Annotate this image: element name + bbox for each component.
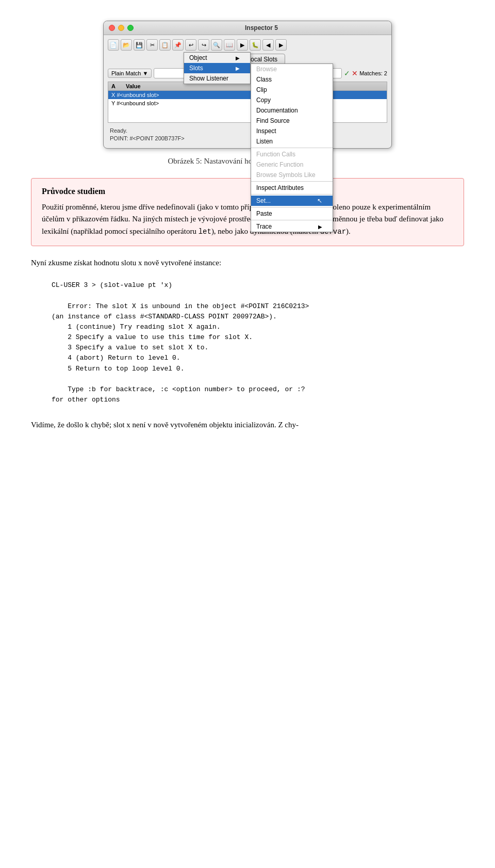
table-row[interactable]: X #<unbound slot> (108, 91, 387, 99)
inspector-status: Ready. POINT: #<POINT 200B737F> (108, 126, 387, 144)
slots-menu-item-paste[interactable]: Paste (251, 208, 333, 219)
separator-3 (251, 194, 333, 195)
slots-menu-item-find-source[interactable]: Find Source (251, 116, 333, 126)
footer-text: Vidíme, že došlo k chybě; slot x není v … (31, 419, 464, 431)
slots-menu-trace-label: Trace (256, 223, 272, 230)
slots-menu-documentation-label: Documentation (256, 107, 298, 114)
row-1-col-value: #<unbound slot> (117, 92, 159, 98)
back-button[interactable]: ◀ (262, 39, 274, 51)
search-clear-button[interactable]: ✕ (352, 69, 358, 77)
eval-button[interactable]: ▶ (237, 39, 248, 51)
slots-menu-paste-label: Paste (256, 210, 272, 217)
separator-4 (251, 207, 333, 207)
slots-menu-clip-label: Clip (256, 86, 267, 93)
menu-item-show-listener[interactable]: Show Listener (184, 73, 250, 84)
search-confirm-button[interactable]: ✓ (344, 69, 350, 77)
body-text: Nyní zkusme získat hodnotu slotu x nově … (31, 256, 464, 269)
slots-menu-item-inspect-attributes[interactable]: Inspect Attributes (251, 183, 333, 193)
slots-menu-item-trace[interactable]: Trace ▶ (251, 221, 333, 232)
code-block: CL-USER 3 > (slot-value pt 'x) Error: Th… (31, 275, 464, 410)
menu-item-object[interactable]: Object ▶ (184, 53, 250, 63)
slots-menu-class-label: Class (256, 76, 272, 83)
status-line-2: POINT: #<POINT 200B737F> (110, 135, 385, 142)
slots-menu-item-set[interactable]: Set... ↖ (251, 196, 333, 206)
minimize-button[interactable] (118, 25, 124, 31)
study-guide-title: Průvodce studiem (42, 187, 453, 196)
trace-submenu-arrow-icon: ▶ (318, 224, 322, 230)
slots-menu-listen-label: Listen (256, 138, 273, 145)
window-title: Inspector 5 (137, 24, 386, 31)
undo-button[interactable]: ↩ (185, 39, 196, 51)
separator-2 (251, 181, 333, 182)
open-button[interactable]: 📂 (121, 39, 132, 51)
browse-button[interactable]: 📖 (224, 39, 235, 51)
matches-label: Matches: 2 (359, 70, 387, 76)
slots-submenu: Browse Class Clip Copy Documentation Fin… (251, 63, 333, 232)
submenu-arrow-icon: ▶ (236, 55, 240, 61)
submenu-arrow-icon-2: ▶ (236, 66, 240, 71)
slots-menu-item-clip[interactable]: Clip (251, 85, 333, 95)
slots-menu-set-label: Set... (256, 197, 271, 204)
col-value-header: Value (126, 83, 141, 89)
slots-menu-inspect-label: Inspect (256, 127, 276, 135)
forward-button[interactable]: ▶ (275, 39, 287, 51)
debug-button[interactable]: 🐛 (250, 39, 261, 51)
slots-menu-item-function-calls: Function Calls (251, 149, 333, 159)
separator-5 (251, 220, 333, 220)
copy-toolbar-button[interactable]: 📋 (159, 39, 171, 51)
row-1-col-a: X (111, 92, 115, 98)
slots-menu-browse-symbols-like-label: Browse Symbols Like (256, 171, 316, 179)
slots-menu-copy-label: Copy (256, 97, 271, 104)
slots-menu-find-source-label: Find Source (256, 117, 290, 124)
slots-menu-inspect-attributes-label: Inspect Attributes (256, 184, 304, 191)
slots-menu-generic-function-label: Generic Function (256, 161, 303, 168)
row-2-col-value: #<unbound slot> (117, 100, 159, 106)
inspector-toolbar: 📄 📂 💾 ✂ 📋 📌 ↩ ↪ 🔍 📖 ▶ 🐛 ◀ ▶ (108, 39, 387, 51)
slots-menu-item-generic-function: Generic Function (251, 159, 333, 170)
slots-menu-item-copy[interactable]: Copy (251, 95, 333, 105)
slots-menu-function-calls-label: Function Calls (256, 151, 295, 158)
slots-menu-item-listen[interactable]: Listen (251, 136, 333, 147)
slots-menu-item-browse: Browse (251, 64, 333, 74)
slots-menu-item-inspect[interactable]: Inspect (251, 126, 333, 136)
window-titlebar: Inspector 5 (104, 21, 391, 35)
inspect-toolbar-button[interactable]: 🔍 (211, 39, 222, 51)
cut-button[interactable]: ✂ (146, 39, 158, 51)
screenshot-area: Inspector 5 📄 📂 💾 ✂ 📋 📌 ↩ ↪ 🔍 📖 ▶ 🐛 ◀ ▶ (31, 21, 464, 149)
paste-toolbar-button[interactable]: 📌 (172, 39, 184, 51)
row-2-col-a: Y (111, 100, 115, 106)
search-actions: ✓ ✕ Matches: 2 (344, 69, 387, 77)
maximize-button[interactable] (127, 25, 134, 31)
inline-code-let: let (199, 228, 211, 236)
search-mode-label: Plain Match (111, 70, 141, 76)
status-line-1: Ready. (110, 127, 385, 135)
first-context-menu: Object ▶ Slots ▶ Show Listener (184, 52, 251, 84)
slots-menu-item-browse-symbols-like: Browse Symbols Like (251, 170, 333, 180)
cursor-icon: ↖ (317, 197, 322, 204)
dropdown-arrow-icon: ▼ (142, 70, 148, 76)
col-a-header: A (111, 83, 116, 89)
save-button[interactable]: 💾 (134, 39, 145, 51)
redo-button[interactable]: ↪ (198, 39, 209, 51)
separator-1 (251, 148, 333, 148)
close-button[interactable] (109, 25, 115, 31)
menu-item-object-label: Object (189, 54, 207, 61)
slots-menu-browse-label: Browse (256, 66, 277, 73)
inspector-content: A Value X #<unbound slot> Y #<unbound sl… (108, 82, 387, 123)
menu-item-slots-label: Slots (189, 65, 203, 72)
new-button[interactable]: 📄 (108, 39, 119, 51)
slots-menu-item-class[interactable]: Class (251, 74, 333, 85)
context-menus-container: Object ▶ Slots ▶ Show Listener Browse Cl… (184, 52, 251, 84)
inspector-window: Inspector 5 📄 📂 💾 ✂ 📋 📌 ↩ ↪ 🔍 📖 ▶ 🐛 ◀ ▶ (103, 21, 392, 149)
study-guide-box: Průvodce studiem Použití proměnné, ktero… (31, 178, 464, 247)
search-dropdown[interactable]: Plain Match ▼ (108, 69, 152, 78)
slots-menu-item-documentation[interactable]: Documentation (251, 105, 333, 116)
study-guide-text: Použití proměnné, kterou jsme dříve nede… (42, 201, 453, 238)
figure-caption: Obrázek 5: Nastavování hodnoty slotu v i… (31, 157, 464, 166)
table-row[interactable]: Y #<unbound slot> (108, 99, 387, 107)
menu-item-slots[interactable]: Slots ▶ (184, 63, 250, 73)
menu-item-show-listener-label: Show Listener (189, 75, 228, 82)
